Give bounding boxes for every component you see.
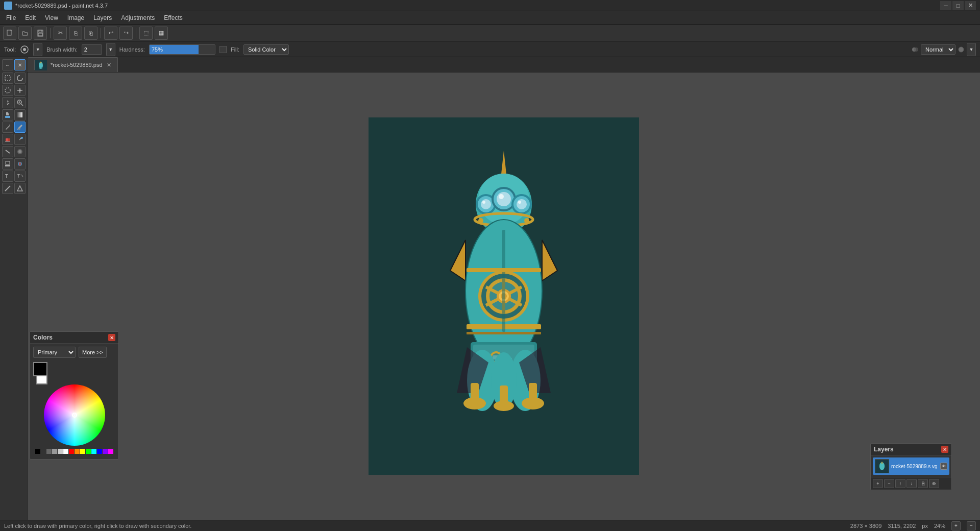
stamp-tool[interactable]: [2, 158, 13, 170]
tool-options-dropdown[interactable]: ▼: [33, 43, 42, 56]
palette-color-magenta[interactable]: [108, 449, 113, 454]
minimize-button[interactable]: ─: [940, 1, 951, 10]
blur-tool[interactable]: [14, 146, 26, 157]
new-button[interactable]: [3, 27, 16, 40]
palette-color-cyan[interactable]: [91, 449, 96, 454]
svg-rect-90: [471, 383, 479, 406]
colorize-tool[interactable]: [14, 158, 26, 170]
palette-color-blue[interactable]: [97, 449, 102, 454]
color-mode-select[interactable]: Primary Secondary: [33, 347, 76, 358]
layer-visibility-toggle[interactable]: 👁: [940, 463, 947, 470]
close-btn[interactable]: ✕: [14, 59, 26, 70]
brush-width-dropdown[interactable]: ▼: [106, 43, 115, 56]
palette-color-darkgray[interactable]: [41, 449, 46, 454]
title-bar: *rocket-5029889.psd - paint.net 4.3.7 ─ …: [0, 0, 980, 11]
undo-button[interactable]: ↩: [104, 27, 117, 40]
color-picker-tool[interactable]: [14, 134, 26, 145]
svg-point-25: [21, 137, 23, 139]
paste-button[interactable]: ⎗: [84, 27, 97, 40]
tool-row-7: [2, 146, 25, 157]
hardness-slider[interactable]: 75%: [149, 44, 215, 55]
canvas[interactable]: 1: [369, 117, 639, 475]
layers-move-down-btn[interactable]: ↓: [906, 479, 917, 488]
palette-color-lightgray[interactable]: [52, 449, 57, 454]
copy-button[interactable]: ⎘: [69, 27, 82, 40]
magic-wand-tool[interactable]: [14, 85, 26, 96]
text-distort-tool[interactable]: T: [14, 171, 26, 182]
tab-close-btn[interactable]: ✕: [107, 62, 111, 68]
colors-panel: Colors ✕ Primary Secondary More >>: [30, 331, 119, 460]
select-all-button[interactable]: ▦: [155, 27, 168, 40]
shapes-tool[interactable]: [14, 183, 26, 194]
palette-color-white[interactable]: [63, 449, 68, 454]
pencil-tool[interactable]: [2, 122, 13, 133]
close-button[interactable]: ✕: [965, 1, 976, 10]
text-tool[interactable]: T: [2, 171, 13, 182]
rocket-artwork: 1: [422, 148, 585, 444]
brush-width-label: Brush width:: [46, 46, 78, 53]
palette-color-gray[interactable]: [46, 449, 52, 454]
deselect-button[interactable]: ⬚: [139, 27, 153, 40]
hardness-checkbox[interactable]: [219, 46, 227, 53]
palette-color-purple[interactable]: [103, 449, 108, 454]
canvas-area[interactable]: *rocket-5029889.psd ✕: [28, 57, 980, 520]
tab-title: *rocket-5029889.psd: [51, 62, 103, 68]
layers-add-btn[interactable]: +: [873, 479, 883, 488]
zoom-out-btn[interactable]: −: [967, 521, 976, 530]
menu-adjustments[interactable]: Adjustments: [117, 13, 159, 23]
lasso-select-tool[interactable]: [14, 73, 26, 84]
ellipse-select-tool[interactable]: [2, 85, 13, 96]
open-button[interactable]: [18, 27, 32, 40]
fill-select[interactable]: Solid Color No Fill Background: [243, 44, 289, 55]
rectangle-select-tool[interactable]: [2, 73, 13, 84]
palette-color-green[interactable]: [86, 449, 91, 454]
save-button[interactable]: [34, 27, 47, 40]
menu-file[interactable]: File: [2, 13, 20, 23]
menu-effects[interactable]: Effects: [160, 13, 186, 23]
menu-view[interactable]: View: [41, 13, 62, 23]
color-wheel-container[interactable]: [33, 384, 115, 446]
opacity-dropdown[interactable]: ▼: [967, 43, 976, 56]
color-wheel[interactable]: [44, 384, 105, 446]
blend-mode-select[interactable]: Normal Multiply Screen: [921, 44, 955, 55]
eraser-tool[interactable]: [2, 134, 13, 145]
brush-width-input[interactable]: [82, 44, 102, 55]
menu-image[interactable]: Image: [63, 13, 88, 23]
colors-more-button[interactable]: More >>: [79, 347, 107, 358]
paint-bucket-tool[interactable]: [2, 109, 13, 120]
palette-color-red[interactable]: [69, 449, 74, 454]
menu-layers[interactable]: Layers: [89, 13, 116, 23]
line-tool[interactable]: [2, 183, 13, 194]
palette-color-silver[interactable]: [58, 449, 63, 454]
document-tab[interactable]: *rocket-5029889.psd ✕: [28, 57, 118, 72]
layers-merge-btn[interactable]: ⊕: [929, 479, 939, 488]
palette-color-black[interactable]: [35, 449, 40, 454]
palette-color-orange[interactable]: [75, 449, 80, 454]
brush-tool[interactable]: [14, 122, 26, 133]
primary-color-swatch[interactable]: [33, 362, 47, 376]
layer-item[interactable]: rocket-5029889.s vg 👁: [873, 457, 949, 475]
layers-move-up-btn[interactable]: ↑: [895, 479, 905, 488]
cut-button[interactable]: ✂: [54, 27, 67, 40]
gradient-tool[interactable]: [14, 109, 26, 120]
tool-brush-icon: [20, 45, 29, 54]
layers-duplicate-btn[interactable]: ⎘: [918, 479, 928, 488]
layers-delete-btn[interactable]: −: [884, 479, 894, 488]
restore-button[interactable]: □: [952, 1, 964, 10]
color-wheel-cursor: [72, 413, 77, 418]
zoom-tool[interactable]: [14, 97, 26, 108]
tool-row-5: [2, 122, 25, 133]
palette-bar: [33, 449, 115, 456]
menu-edit[interactable]: Edit: [21, 13, 40, 23]
colors-panel-close-button[interactable]: ✕: [108, 334, 115, 341]
hardness-label: Hardness:: [119, 46, 145, 53]
zoom-in-btn[interactable]: +: [951, 521, 961, 530]
redo-button[interactable]: ↪: [119, 27, 133, 40]
svg-point-13: [19, 89, 21, 91]
move-tool[interactable]: [2, 97, 13, 108]
history-back-btn[interactable]: ←: [2, 59, 13, 70]
palette-color-yellow[interactable]: [80, 449, 85, 454]
smudge-tool[interactable]: [2, 146, 13, 157]
svg-point-27: [18, 150, 21, 153]
layers-panel-close-button[interactable]: ✕: [941, 446, 948, 453]
